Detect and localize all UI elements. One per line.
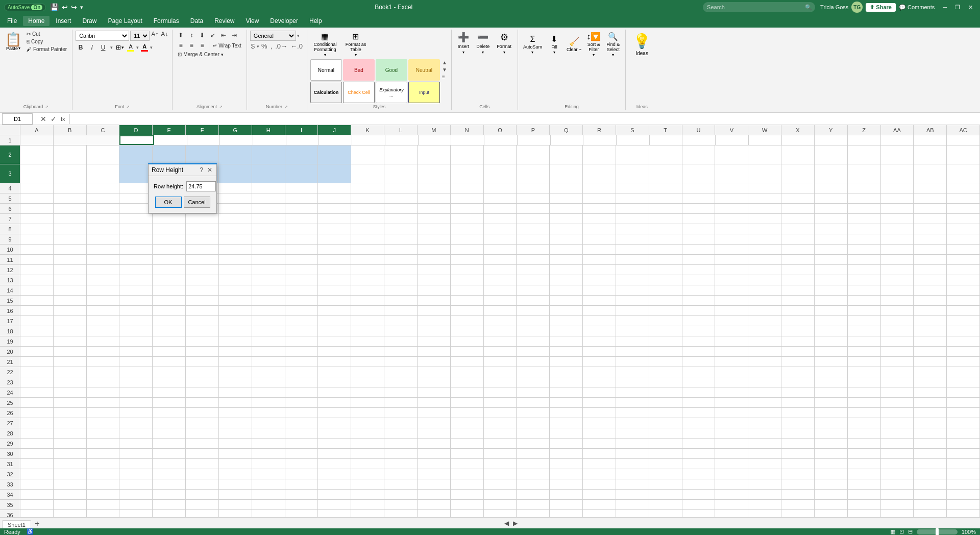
row-height-input[interactable] xyxy=(186,181,216,191)
dialog-title: Row Height xyxy=(152,166,183,174)
row-height-dialog: Row Height ? ✕ Row height: OK Cancel xyxy=(148,163,217,213)
row-height-label: Row height: xyxy=(154,183,183,189)
dialog-buttons: OK Cancel xyxy=(154,197,211,208)
dialog-title-bar: Row Height ? ✕ xyxy=(149,164,216,176)
dialog-close-button[interactable]: ✕ xyxy=(206,166,213,174)
dialog-cancel-button[interactable]: Cancel xyxy=(184,197,210,208)
dialog-ok-button[interactable]: OK xyxy=(155,197,182,208)
modal-overlay: Row Height ? ✕ Row height: OK Cancel xyxy=(0,0,980,535)
row-height-field: Row height: xyxy=(154,181,211,191)
dialog-help-button[interactable]: ? xyxy=(199,166,204,174)
dialog-body: Row height: OK Cancel xyxy=(149,176,216,213)
